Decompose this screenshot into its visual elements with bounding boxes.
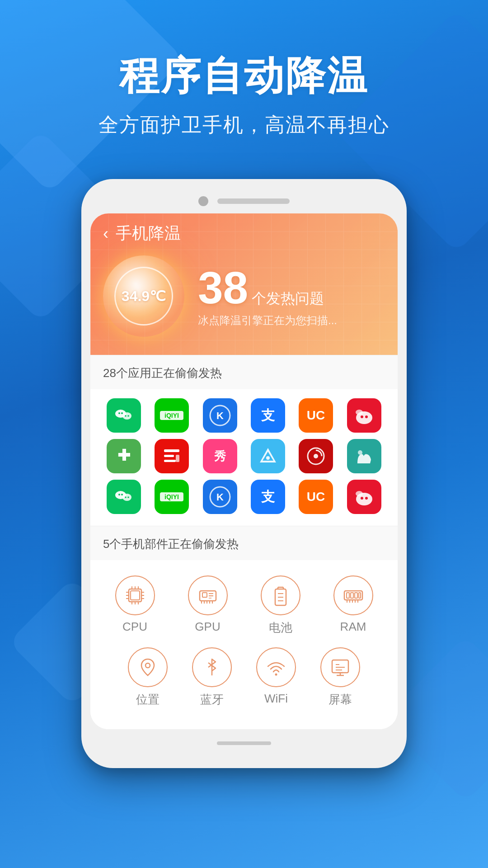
location-label: 位置	[136, 692, 160, 708]
list-item	[103, 398, 145, 433]
wifi-icon-circle	[256, 647, 296, 687]
svg-point-1	[122, 412, 131, 420]
cpu-icon-circle	[115, 576, 155, 615]
heat-label: 个发热问题	[252, 289, 324, 309]
list-item: K	[199, 398, 241, 433]
component-cpu: CPU	[103, 576, 167, 636]
svg-point-3	[121, 412, 123, 414]
list-item	[343, 439, 385, 473]
list-item: UC	[295, 480, 337, 514]
back-button[interactable]: ‹	[103, 224, 108, 243]
components-section: CPU	[90, 561, 398, 729]
app-icon-netease[interactable]	[299, 439, 333, 473]
app-icon-alipay2[interactable]: 支	[251, 480, 285, 514]
svg-text:UC: UC	[307, 490, 325, 504]
components-section-label: 5个手机部件正在偷偷发热	[90, 526, 398, 560]
wifi-label: WiFi	[264, 692, 288, 706]
components-grid: CPU	[103, 576, 385, 636]
app-icon-iqiyi2[interactable]: iQIYI	[155, 480, 189, 514]
bottom-components-row: 位置 蓝牙	[103, 643, 385, 717]
list-item	[295, 439, 337, 473]
list-item: iQIYI	[151, 398, 192, 433]
home-indicator[interactable]	[217, 741, 271, 745]
svg-point-15	[365, 415, 368, 418]
component-wifi: WiFi	[256, 647, 296, 708]
svg-point-5	[127, 415, 129, 417]
app-icon-camel[interactable]	[347, 439, 381, 473]
list-item	[343, 398, 385, 433]
cpu-icon	[122, 583, 148, 608]
app-icon-uc[interactable]: UC	[299, 398, 333, 433]
gpu-icon	[195, 583, 221, 608]
ram-icon-circle	[333, 576, 373, 615]
svg-rect-19	[164, 460, 176, 462]
svg-text:✚: ✚	[117, 447, 131, 464]
app-icon-weibo[interactable]	[347, 398, 381, 433]
phone-mockup: ‹ 手机降温 34.9℃	[81, 179, 407, 768]
list-item	[151, 439, 192, 473]
phone-screen: ‹ 手机降温 34.9℃	[90, 213, 398, 729]
apps-section-label: 28个应用正在偷偷发热	[90, 355, 398, 389]
gpu-label: GPU	[195, 620, 220, 634]
svg-point-30	[118, 494, 120, 495]
list-item: ✚	[103, 439, 145, 473]
app-icon-game[interactable]: ✚	[107, 439, 141, 473]
wifi-icon	[263, 655, 289, 680]
svg-point-85	[145, 663, 150, 668]
list-item: K	[199, 480, 241, 514]
app-icon-toutiao[interactable]	[155, 439, 189, 473]
app-header: ‹ 手机降温 34.9℃	[90, 213, 398, 355]
svg-text:支: 支	[261, 408, 275, 423]
svg-text:支: 支	[261, 489, 275, 504]
app-nav: ‹ 手机降温	[103, 222, 385, 245]
svg-text:iQIYI: iQIYI	[165, 412, 179, 419]
app-icon-weibo2[interactable]	[347, 480, 381, 514]
svg-point-13	[356, 410, 363, 415]
list-item	[343, 480, 385, 514]
app-icon-wechat2[interactable]	[107, 480, 141, 514]
svg-text:iQIYI: iQIYI	[165, 493, 179, 500]
app-icon-amap[interactable]	[251, 439, 285, 473]
svg-rect-20	[176, 455, 179, 462]
svg-rect-88	[332, 660, 348, 673]
svg-point-42	[361, 497, 363, 500]
location-icon	[135, 655, 160, 680]
svg-rect-76	[347, 593, 349, 598]
list-item: 支	[247, 480, 289, 514]
app-icon-alipay[interactable]: 支	[251, 398, 285, 433]
heat-info: 38 个发热问题 冰点降温引擎正在为您扫描...	[198, 265, 385, 328]
ram-label: RAM	[340, 620, 366, 634]
component-battery: 电池	[249, 576, 312, 636]
svg-point-27	[358, 450, 362, 455]
list-item: 秀	[199, 439, 241, 473]
bluetooth-icon	[199, 655, 225, 680]
app-icon-meipai[interactable]: 秀	[203, 439, 237, 473]
svg-rect-78	[355, 593, 357, 598]
temperature-content: 34.9℃ 38 个发热问题 冰点降温引擎正在为您扫描...	[103, 255, 385, 337]
app-icon-kuwo2[interactable]: K	[203, 480, 237, 514]
scan-text: 冰点降温引擎正在为您扫描...	[198, 313, 385, 328]
app-icon-wechat[interactable]	[107, 398, 141, 433]
screen-icon	[328, 655, 353, 680]
svg-text:K: K	[216, 491, 224, 503]
phone-speaker	[217, 198, 290, 204]
svg-rect-18	[164, 455, 174, 457]
bluetooth-label: 蓝牙	[200, 692, 224, 708]
svg-text:秀: 秀	[214, 449, 226, 463]
ram-icon	[341, 583, 366, 608]
battery-label: 电池	[269, 620, 292, 636]
component-location: 位置	[128, 647, 168, 708]
phone-top-bar	[90, 193, 398, 213]
list-item	[103, 480, 145, 514]
gpu-icon-circle	[188, 576, 228, 615]
cpu-label: CPU	[122, 620, 147, 634]
component-screen: 屏幕	[320, 647, 360, 708]
svg-point-2	[118, 412, 120, 414]
app-icon-kuwo[interactable]: K	[203, 398, 237, 433]
list-item	[247, 439, 289, 473]
svg-point-43	[365, 497, 368, 500]
app-icon-uc2[interactable]: UC	[299, 480, 333, 514]
list-item: iQIYI	[151, 480, 192, 514]
app-icon-iqiyi[interactable]: iQIYI	[155, 398, 189, 433]
temp-inner-ring: 34.9℃	[114, 267, 173, 326]
